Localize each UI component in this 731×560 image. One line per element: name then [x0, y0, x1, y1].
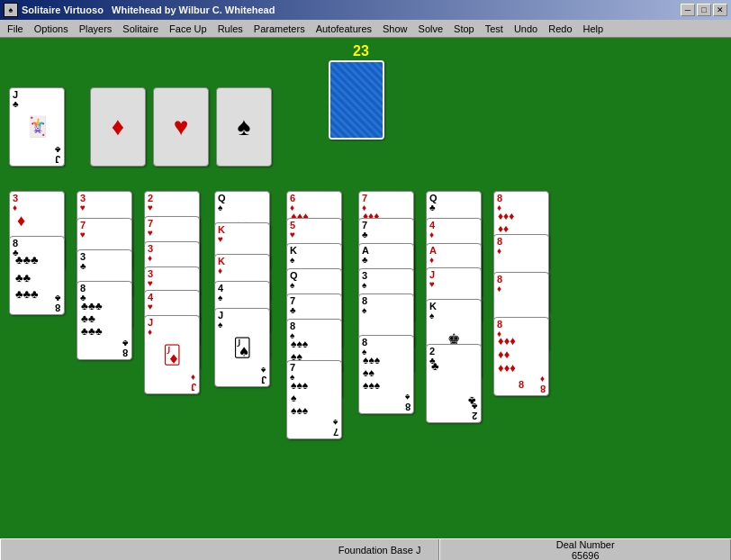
menu-stop[interactable]: Stop: [448, 21, 480, 37]
window-controls: ─ □ ✕: [681, 4, 727, 16]
menu-parameters[interactable]: Parameters: [248, 21, 311, 37]
status-foundation: Foundation Base J: [0, 539, 439, 560]
tableau-col4-card5[interactable]: J ♠ 🂫 J ♠: [214, 308, 270, 387]
menu-help[interactable]: Help: [578, 21, 609, 37]
tableau-col8-card4[interactable]: 8 ♦ ♦♦♦♦♦♦♦♦ 8 8 ♦: [493, 317, 549, 396]
menu-test[interactable]: Test: [480, 21, 509, 37]
title-bar: ♠ Solitaire Virtuoso Whitehead by Wilbur…: [0, 0, 731, 20]
tableau-col5-card7[interactable]: 7 ♠ ♠♠♠♠♠♠♠ 7 ♠: [286, 360, 342, 439]
menu-redo[interactable]: Redo: [543, 21, 577, 37]
status-deal: Deal Number 65696: [439, 539, 731, 560]
menu-players[interactable]: Players: [74, 21, 118, 37]
menu-rules[interactable]: Rules: [212, 21, 248, 37]
menu-show[interactable]: Show: [377, 21, 413, 37]
foundation-1[interactable]: ♦: [90, 87, 146, 167]
tableau-col3-card6[interactable]: J ♦ 🃋 J ♦: [144, 315, 200, 394]
tableau-col6-card6[interactable]: 8 ♠ ♠♠♠♠♠♠♠♠ 8 ♠: [358, 335, 414, 414]
menu-file[interactable]: File: [2, 21, 29, 37]
window-title: Solitaire Virtuoso Whitehead by Wilbur C…: [22, 5, 681, 15]
menu-solve[interactable]: Solve: [413, 21, 449, 37]
minimize-button[interactable]: ─: [681, 4, 695, 16]
menu-undo[interactable]: Undo: [509, 21, 543, 37]
close-button[interactable]: ✕: [713, 4, 727, 16]
app-icon: ♠: [4, 3, 18, 17]
foundation-3[interactable]: ♠: [216, 87, 272, 167]
status-bar: Foundation Base J Deal Number 65696: [0, 538, 731, 560]
waste-card-1[interactable]: J ♣ 🃏 J ♣: [9, 87, 65, 167]
tableau-col2-card4[interactable]: 8 ♣ ♣♣♣♣♣♣♣♣ 8 ♣: [77, 281, 132, 360]
stock-count: 23: [333, 43, 389, 59]
tableau-col1-card2[interactable]: 8 ♣ ♣♣♣ ♣♣ ♣♣♣ 8 ♣: [9, 236, 65, 315]
foundation-2[interactable]: ♥: [153, 87, 209, 167]
stock-pile[interactable]: [329, 60, 384, 140]
menu-bar: File Options Players Solitaire Face Up R…: [0, 20, 731, 38]
maximize-button[interactable]: □: [697, 4, 711, 16]
tableau-col7-card6[interactable]: 2 ♣ ♣ ♣ 2 ♣: [426, 344, 482, 423]
menu-solitaire[interactable]: Solitaire: [117, 21, 164, 37]
menu-faceup[interactable]: Face Up: [164, 21, 212, 37]
game-area: 23 J ♣ 🃏 J ♣ ♦ ♥ ♠ 3 ♦ ♦ ♦ ♦: [0, 38, 731, 538]
menu-options[interactable]: Options: [29, 21, 74, 37]
menu-autofeatures[interactable]: Autofeatures: [311, 21, 377, 37]
